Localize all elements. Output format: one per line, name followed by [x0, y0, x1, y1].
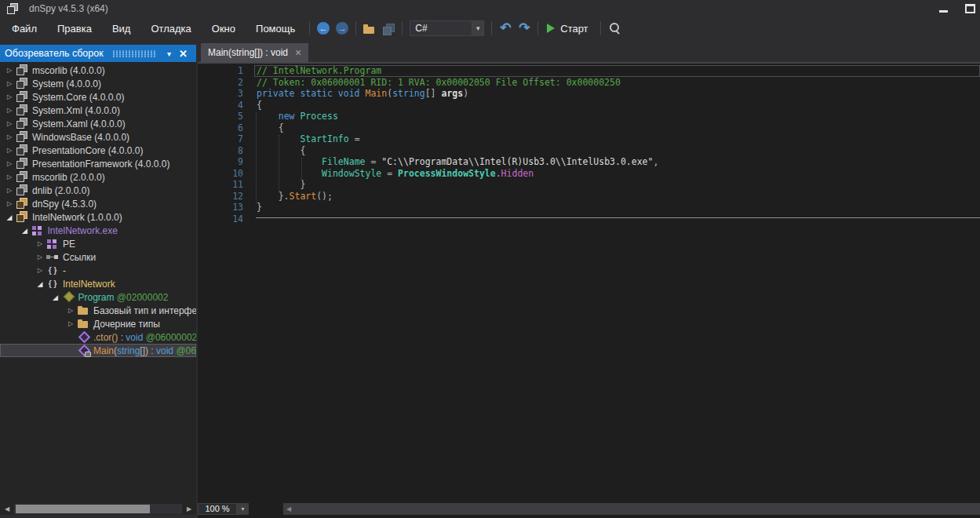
expander-collapsed-icon[interactable]: ▷: [34, 254, 46, 261]
expander-collapsed-icon[interactable]: ▷: [3, 80, 16, 87]
expander-collapsed-icon[interactable]: ▷: [3, 120, 16, 127]
tree-label-segment: WindowsBase (4.0.0.0): [32, 132, 129, 143]
panel-dropdown-icon[interactable]: ▾: [163, 49, 175, 58]
assembly-tree[interactable]: ▷mscorlib (4.0.0.0)▷System (4.0.0.0)▷Sys…: [0, 62, 196, 503]
tree-item[interactable]: ▷Базовый тип и интерфейсы: [0, 304, 196, 317]
tree-item[interactable]: ▷System.Xml (4.0.0.0): [0, 104, 196, 117]
tree-item[interactable]: ▷System (4.0.0.0): [0, 77, 196, 90]
expander-expanded-icon[interactable]: ◢: [49, 294, 62, 301]
forward-button[interactable]: →: [333, 19, 352, 38]
expander-collapsed-icon[interactable]: ▷: [3, 147, 16, 154]
expander-collapsed-icon[interactable]: ▷: [34, 240, 46, 247]
tree-label-segment: @02000002: [115, 292, 169, 303]
code-line: 1// IntelNetwork.Program: [198, 65, 980, 77]
menu-item[interactable]: Отладка: [140, 20, 201, 38]
tree-item[interactable]: ▷System.Xaml (4.0.0.0): [0, 117, 196, 130]
expander-expanded-icon[interactable]: ◢: [19, 227, 31, 235]
tree-item[interactable]: ▷dnSpy (4.5.3.0): [0, 197, 196, 210]
expander-collapsed-icon[interactable]: ▷: [3, 133, 16, 140]
tree-item[interactable]: ▷mscorlib (4.0.0.0): [0, 64, 196, 77]
sidebar-horizontal-scrollbar[interactable]: ◀ ▶: [0, 503, 196, 515]
tree-item-label: Базовый тип и интерфейсы: [93, 305, 196, 316]
tree-item-label: System (4.0.0.0): [32, 78, 101, 89]
tree-item[interactable]: ◢IntelNetwork.exe: [0, 224, 196, 237]
expander-collapsed-icon[interactable]: ▷: [3, 67, 16, 74]
expander-collapsed-icon[interactable]: ▷: [3, 187, 16, 194]
tree-label-segment: void: [156, 345, 173, 356]
tree-item[interactable]: ▷PresentationCore (4.0.0.0): [0, 144, 196, 157]
tree-item[interactable]: ◢IntelNetwork (1.0.0.0): [0, 210, 196, 224]
expander-expanded-icon[interactable]: ◢: [34, 280, 46, 288]
scroll-right-icon[interactable]: ▶: [184, 505, 195, 513]
tree-item-label: Ссылки: [63, 252, 96, 263]
tree-item[interactable]: ▷{ }-: [0, 264, 196, 277]
tree-item[interactable]: ▷PresentationFramework (4.0.0.0): [0, 157, 196, 170]
code-token: =: [365, 156, 381, 167]
panel-close-icon[interactable]: ✕: [175, 48, 191, 60]
tree-item[interactable]: ▷System.Core (4.0.0.0): [0, 90, 196, 104]
menu-item[interactable]: Помощь: [246, 20, 305, 38]
tree-item[interactable]: ◢{ }IntelNetwork: [0, 277, 196, 290]
expander-collapsed-icon[interactable]: ▷: [34, 267, 46, 274]
tab-label: Main(string[]) : void: [208, 47, 288, 58]
code-view[interactable]: 1// IntelNetwork.Program2// Token: 0x060…: [198, 64, 980, 503]
menu-item[interactable]: Вид: [102, 20, 141, 38]
menu-item[interactable]: Окно: [202, 20, 246, 38]
tree-item[interactable]: ▷dnlib (2.0.0.0): [0, 184, 196, 197]
tree-item-label: .ctor() : void @06000002: [93, 332, 196, 343]
pe-icon: [46, 238, 59, 250]
tree-item-label: IntelNetwork.exe: [48, 225, 118, 236]
save-all-button[interactable]: [379, 19, 398, 38]
maximize-icon[interactable]: [965, 4, 975, 13]
chevron-down-icon[interactable]: ▾: [472, 21, 483, 35]
tree-item[interactable]: ▷Ссылки: [0, 250, 196, 264]
scrollbar-thumb[interactable]: [16, 505, 150, 513]
scrollbar-track[interactable]: [14, 504, 182, 514]
scroll-left-icon[interactable]: ◀: [2, 505, 13, 513]
menu-item[interactable]: Файл: [2, 20, 47, 38]
zoom-level-select[interactable]: 100 %: [198, 503, 237, 515]
tab-main-method[interactable]: Main(string[]) : void ×: [201, 43, 308, 62]
start-label: Старт: [560, 23, 588, 35]
expander-expanded-icon[interactable]: ◢: [3, 213, 16, 221]
toolbar-separator: [402, 21, 403, 35]
expander-collapsed-icon[interactable]: ▷: [3, 93, 16, 100]
language-select[interactable]: C# ▾: [410, 20, 484, 36]
tree-item[interactable]: ▷WindowsBase (4.0.0.0): [0, 130, 196, 144]
editor-horizontal-scrollbar[interactable]: ◀: [283, 503, 980, 515]
code-line: 7 StartInfo =: [198, 133, 980, 145]
tab-close-icon[interactable]: ×: [295, 48, 301, 57]
redo-button[interactable]: ↷: [515, 19, 534, 38]
tree-item[interactable]: .ctor() : void @06000002: [0, 330, 196, 344]
search-button[interactable]: [605, 19, 624, 38]
code-text: // IntelNetwork.Program: [257, 65, 381, 77]
expander-collapsed-icon[interactable]: ▷: [3, 107, 16, 114]
expander-collapsed-icon[interactable]: ▷: [64, 320, 77, 327]
line-number: 7: [198, 133, 243, 145]
open-file-button[interactable]: [360, 19, 379, 38]
tree-item[interactable]: ▷PE: [0, 237, 196, 250]
assembly-explorer-header[interactable]: Обозреватель сборок ▾ ✕: [0, 45, 196, 62]
zoom-dropdown-icon[interactable]: ▾: [237, 503, 249, 515]
minimize-icon[interactable]: [939, 10, 948, 13]
expander-collapsed-icon[interactable]: ▷: [64, 307, 77, 314]
code-token: Start: [290, 191, 317, 202]
start-button[interactable]: Старт: [542, 23, 596, 35]
tree-label-segment: System.Xaml (4.0.0.0): [32, 119, 126, 130]
undo-button[interactable]: ↶: [496, 19, 515, 38]
expander-collapsed-icon[interactable]: ▷: [3, 200, 16, 207]
tree-item-label: System.Core (4.0.0.0): [32, 92, 124, 103]
class-icon: [62, 291, 75, 303]
code-line: 4{: [198, 100, 980, 111]
tree-item[interactable]: ▷Дочерние типы: [0, 317, 196, 330]
scroll-left-icon[interactable]: ◀: [283, 505, 294, 513]
back-button[interactable]: ←: [314, 19, 333, 38]
toolbar-separator: [491, 21, 492, 35]
tree-item[interactable]: ◢Program @02000002: [0, 290, 196, 304]
assembly-icon: [16, 144, 28, 156]
tree-item[interactable]: ▷mscorlib (2.0.0.0): [0, 170, 196, 184]
expander-collapsed-icon[interactable]: ▷: [3, 160, 16, 167]
tree-item[interactable]: Main(string[]) : void @06000001: [0, 344, 196, 357]
menu-item[interactable]: Правка: [47, 20, 102, 38]
expander-collapsed-icon[interactable]: ▷: [3, 173, 16, 181]
